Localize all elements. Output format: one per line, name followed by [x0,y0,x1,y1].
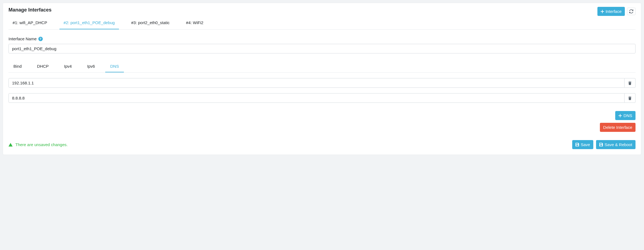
interface-tabs: #1: wifi_AP_DHCP #2: port1_eth1_POE_debu… [8,18,636,30]
refresh-button[interactable] [627,8,636,15]
page-title: Manage Interfaces [8,7,52,13]
save-icon [575,143,579,146]
dns-input-1[interactable] [8,93,625,103]
save-reboot-button[interactable]: Save & Reboot [596,140,636,149]
tab-interface-3[interactable]: #3: port2_eth0_static [127,18,174,29]
save-reboot-label: Save & Reboot [605,142,632,147]
trash-icon [628,81,632,85]
subtab-ipv6[interactable]: Ipv6 [82,61,100,72]
interface-name-label-row: Interface Name ? [8,36,636,41]
help-icon[interactable]: ? [38,37,43,41]
unsaved-warning: There are unsaved changes. [8,142,68,147]
delete-dns-button-0[interactable] [625,78,636,88]
subtab-ipv4[interactable]: Ipv4 [59,61,77,72]
interface-subtabs: Bind DHCP Ipv4 Ipv6 DNS [8,61,636,73]
interface-name-input[interactable] [8,44,636,53]
save-icon [599,143,603,146]
subtab-dns[interactable]: DNS [105,61,124,72]
delete-interface-button[interactable]: Delete Interface [600,123,636,132]
add-interface-button[interactable]: Interface [597,7,625,16]
footer-buttons: Save Save & Reboot [572,140,636,149]
card-header: Manage Interfaces Interface [3,3,641,16]
tab-body: Interface Name ? Bind DHCP Ipv4 Ipv6 DNS [3,30,641,155]
refresh-icon [629,9,633,13]
interface-name-label: Interface Name [8,36,37,41]
unsaved-text: There are unsaved changes. [15,142,68,147]
warning-icon [8,143,13,147]
add-dns-label: DNS [623,113,632,118]
footer: There are unsaved changes. Save Save & R… [8,140,636,149]
add-interface-label: Interface [606,8,622,14]
trash-icon [628,96,632,100]
manage-interfaces-card: Manage Interfaces Interface #1: wifi_AP_… [3,3,641,155]
tab-interface-4[interactable]: #4: WiFi2 [182,18,207,29]
save-button[interactable]: Save [572,140,593,149]
delete-dns-button-1[interactable] [625,93,636,103]
tab-interface-2[interactable]: #2: port1_eth1_POE_debug [59,18,119,29]
subtab-dhcp[interactable]: DHCP [32,61,54,72]
add-dns-button[interactable]: DNS [615,111,636,120]
header-actions: Interface [597,7,636,16]
dns-input-0[interactable] [8,78,625,88]
plus-icon [619,114,622,117]
dns-entry-row [8,78,636,88]
dns-entry-row [8,93,636,103]
subtab-bind[interactable]: Bind [8,61,27,72]
interface-actions: DNS Delete Interface [8,111,636,132]
save-label: Save [581,142,590,147]
tab-interface-1[interactable]: #1: wifi_AP_DHCP [8,18,51,29]
plus-icon [601,10,604,13]
